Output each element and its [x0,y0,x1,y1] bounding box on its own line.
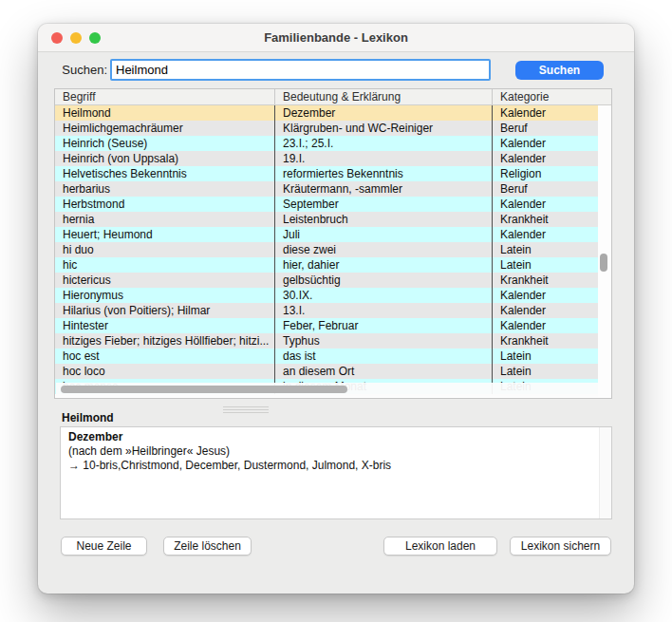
cell-kategorie: Latein [492,349,599,364]
cell-bedeutung: Dezember [274,105,492,121]
cell-bedeutung: 30.IX. [274,288,492,303]
cell-bedeutung: an diesem Ort [274,364,492,379]
table-row[interactable]: herniaLeistenbruchKrankheit [55,212,611,227]
load-lexicon-button[interactable]: Lexikon laden [383,537,497,556]
cell-bedeutung: September [274,197,492,212]
table-row[interactable]: Hilarius (von Poitiers); Hilmar13.I.Kale… [55,303,611,318]
cell-bedeutung: 19.I. [274,151,492,166]
delete-row-button[interactable]: Zeile löschen [163,537,252,556]
table-row[interactable]: HerbstmondSeptemberKalender [55,197,611,212]
search-label: Suchen: [62,59,107,81]
cell-bedeutung: hier, dahier [274,257,492,273]
window-title: Familienbande - Lexikon [38,24,634,52]
cell-bedeutung: Juli [274,227,492,242]
cell-begriff: Hieronymus [55,288,274,303]
pane-splitter-handle[interactable] [223,405,269,413]
cell-begriff: Heuert; Heumond [55,227,274,242]
horizontal-scrollbar-thumb[interactable] [61,386,347,393]
cell-kategorie: Kalender [492,303,599,318]
table-body: HeilmondDezemberKalenderHeimlichgemachrä… [55,105,611,398]
cell-bedeutung: Typhus [274,333,492,349]
cell-kategorie: Kalender [492,136,599,151]
cell-bedeutung: 13.I. [274,303,492,318]
table-row[interactable]: Helvetisches Bekenntnisreformiertes Beke… [55,166,611,181]
table-row[interactable]: hoc locoan diesem OrtLatein [55,364,611,379]
lexicon-table: Begriff Bedeutung & Erklärung Kategorie … [54,88,612,399]
table-row[interactable]: hictericusgelbsüchtigKrankheit [55,273,611,288]
table-row[interactable]: hitziges Fieber; hitziges Höllfieber; hi… [55,333,611,349]
table-row[interactable]: Heinrich (Seuse)23.I.; 25.I.Kalender [55,136,611,151]
cell-kategorie: Krankheit [492,273,599,288]
cell-kategorie: Kalender [492,105,599,121]
cell-begriff: hitziges Fieber; hitziges Höllfieber; hi… [55,333,274,349]
column-header-bedeutung[interactable]: Bedeutung & Erklärung [274,89,492,104]
save-lexicon-button[interactable]: Lexikon sichern [510,537,611,556]
vertical-scrollbar-thumb[interactable] [600,254,607,272]
cell-bedeutung: 23.I.; 25.I. [274,136,492,151]
cell-begriff: hictericus [55,273,274,288]
cell-begriff: Hintester [55,318,274,333]
cell-bedeutung: Kräutermann, -sammler [274,181,492,197]
horizontal-scrollbar[interactable] [56,383,598,397]
column-header-kategorie[interactable]: Kategorie [492,89,611,104]
cell-bedeutung: Klärgruben- und WC-Reiniger [274,121,492,136]
minimize-button[interactable] [70,32,82,44]
cell-begriff: hernia [55,212,274,227]
search-button[interactable]: Suchen [515,61,604,80]
cell-kategorie: Kalender [492,151,599,166]
cell-kategorie: Kalender [492,227,599,242]
detail-text-area[interactable]: Dezember (nach dem »Heilbringer« Jesus) … [60,426,612,519]
cell-begriff: hi duo [55,242,274,257]
vertical-scrollbar[interactable] [598,105,610,397]
cell-kategorie: Kalender [492,318,599,333]
cell-kategorie: Kalender [492,288,599,303]
cell-begriff: Heinrich (Seuse) [55,136,274,151]
table-row[interactable]: Hieronymus30.IX.Kalender [55,288,611,303]
table-row[interactable]: Heuert; HeumondJuliKalender [55,227,611,242]
cell-kategorie: Latein [492,242,599,257]
table-row[interactable]: HeilmondDezemberKalender [55,105,611,121]
detail-line-3: → 10-bris,Christmond, December, Dustermo… [68,459,591,473]
detail-line-2: (nach dem »Heilbringer« Jesus) [68,444,591,459]
cell-begriff: Helvetisches Bekenntnis [55,166,274,181]
cell-bedeutung: das ist [274,349,492,364]
cell-kategorie: Krankheit [492,333,599,349]
table-row[interactable]: HintesterFeber, FebruarKalender [55,318,611,333]
detail-line-1: Dezember [68,430,591,444]
cell-kategorie: Latein [492,257,599,273]
table-header: Begriff Bedeutung & Erklärung Kategorie [55,89,611,105]
table-row[interactable]: hichier, dahierLatein [55,257,611,273]
zoom-button[interactable] [89,32,101,44]
table-row[interactable]: hoc estdas istLatein [55,349,611,364]
table-row[interactable]: HeimlichgemachräumerKlärgruben- und WC-R… [55,121,611,136]
cell-kategorie: Krankheit [492,212,599,227]
app-window: Familienbande - Lexikon Suchen: Suchen B… [38,24,634,594]
close-button[interactable] [51,32,63,44]
cell-bedeutung: Leistenbruch [274,212,492,227]
table-row[interactable]: hi duodiese zweiLatein [55,242,611,257]
cell-kategorie: Latein [492,364,599,379]
cell-bedeutung: gelbsüchtig [274,273,492,288]
search-input[interactable] [110,59,491,81]
cell-begriff: Hilarius (von Poitiers); Hilmar [55,303,274,318]
new-row-button[interactable]: Neue Zeile [61,537,147,556]
cell-begriff: Heimlichgemachräumer [55,121,274,136]
cell-kategorie: Beruf [492,121,599,136]
cell-kategorie: Religion [492,166,599,181]
cell-begriff: Herbstmond [55,197,274,212]
detail-entry-title: Heilmond [62,411,114,424]
cell-bedeutung: Feber, Februar [274,318,492,333]
detail-content: Dezember (nach dem »Heilbringer« Jesus) … [61,427,599,518]
cell-begriff: hoc est [55,349,274,364]
detail-scrollbar[interactable] [599,427,611,518]
title-bar: Familienbande - Lexikon [38,24,634,52]
cell-begriff: hoc loco [55,364,274,379]
column-header-begriff[interactable]: Begriff [55,89,274,104]
cell-kategorie: Kalender [492,197,599,212]
cell-begriff: herbarius [55,181,274,197]
cell-bedeutung: diese zwei [274,242,492,257]
table-row[interactable]: Heinrich (von Uppsala)19.I.Kalender [55,151,611,166]
table-row[interactable]: herbariusKräutermann, -sammlerBeruf [55,181,611,197]
cell-begriff: Heilmond [55,105,274,121]
cell-kategorie: Beruf [492,181,599,197]
